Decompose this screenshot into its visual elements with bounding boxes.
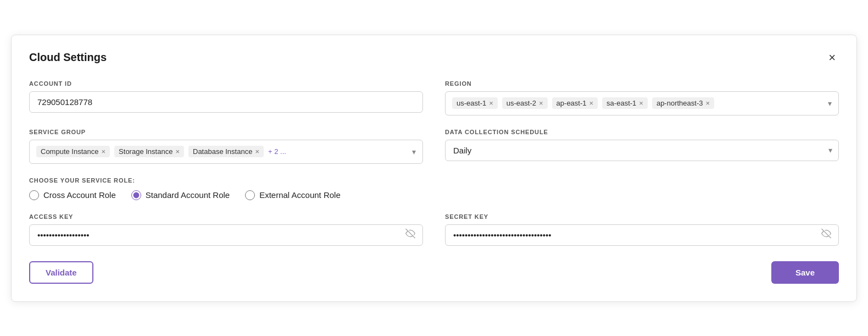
region-tag-4-close[interactable]: ×: [639, 99, 643, 107]
radio-cross-account[interactable]: Cross Account Role: [29, 190, 116, 200]
service-role-label: CHOOSE YOUR SERVICE ROLE:: [29, 177, 839, 184]
access-key-group: ACCESS KEY: [29, 213, 423, 246]
service-tag-3-text: Database Instance: [193, 147, 252, 156]
radio-standard-account-label: Standard Account Role: [146, 190, 230, 200]
access-key-label: ACCESS KEY: [29, 213, 423, 220]
region-tag-5-close[interactable]: ×: [705, 99, 710, 107]
access-key-eye-icon[interactable]: [405, 229, 415, 241]
region-tag-1-text: us-east-1: [457, 99, 486, 107]
secret-key-label: SECRET KEY: [445, 213, 839, 220]
account-id-group: ACCOUNT ID: [29, 80, 423, 115]
radio-external-account-input[interactable]: [245, 190, 255, 200]
radio-standard-account[interactable]: Standard Account Role: [131, 190, 230, 200]
access-key-input-wrapper: [29, 224, 423, 246]
region-tag-4: sa-east-1 ×: [602, 97, 648, 109]
region-tag-3-close[interactable]: ×: [589, 99, 594, 107]
region-tag-3-text: ap-east-1: [557, 99, 587, 107]
service-tag-1-text: Compute Instance: [41, 147, 99, 156]
region-tags-container[interactable]: us-east-1 × us-east-2 × ap-east-1 × sa-e…: [445, 91, 839, 115]
service-group-group: SERVICE GROUP Compute Instance × Storage…: [29, 129, 423, 164]
region-tag-4-text: sa-east-1: [607, 99, 636, 107]
service-group-more[interactable]: + 2 ...: [268, 147, 286, 156]
secret-key-input-wrapper: [445, 224, 839, 246]
secret-key-input[interactable]: [445, 224, 839, 246]
validate-button[interactable]: Validate: [29, 261, 93, 284]
region-tag-2-text: us-east-2: [507, 99, 536, 107]
account-id-input[interactable]: [29, 91, 423, 113]
radio-cross-account-label: Cross Account Role: [43, 190, 116, 200]
region-tag-2-close[interactable]: ×: [539, 99, 543, 107]
region-label: REGION: [445, 80, 839, 87]
radio-cross-account-input[interactable]: [29, 190, 39, 200]
region-chevron-icon: ▾: [828, 99, 832, 108]
data-collection-group: DATA COLLECTION SCHEDULE Daily Weekly Mo…: [445, 129, 839, 164]
service-tag-1: Compute Instance ×: [36, 146, 110, 157]
service-role-section: CHOOSE YOUR SERVICE ROLE: Cross Account …: [29, 177, 839, 200]
close-button[interactable]: ×: [825, 51, 839, 65]
keys-grid: ACCESS KEY SECRET KEY: [29, 213, 839, 246]
region-tag-3: ap-east-1 ×: [552, 97, 598, 109]
region-tag-2: us-east-2 ×: [502, 97, 548, 109]
service-tag-2-close[interactable]: ×: [175, 147, 180, 156]
save-button[interactable]: Save: [771, 261, 839, 284]
footer-row: Validate Save: [29, 261, 839, 284]
data-collection-label: DATA COLLECTION SCHEDULE: [445, 129, 839, 135]
service-tag-2-text: Storage Instance: [119, 147, 173, 156]
region-tag-5: ap-northeast-3 ×: [652, 97, 714, 109]
region-group: REGION us-east-1 × us-east-2 × ap-east-1…: [445, 80, 839, 115]
region-tag-1-close[interactable]: ×: [489, 99, 493, 107]
radio-standard-account-input[interactable]: [131, 190, 141, 200]
radio-external-account[interactable]: External Account Role: [245, 190, 341, 200]
region-tag-1: us-east-1 ×: [452, 97, 498, 109]
service-group-tags-container[interactable]: Compute Instance × Storage Instance × Da…: [29, 140, 423, 164]
form-grid: ACCOUNT ID REGION us-east-1 × us-east-2 …: [29, 80, 839, 246]
service-tag-3: Database Instance ×: [188, 146, 264, 157]
account-id-label: ACCOUNT ID: [29, 80, 423, 87]
service-group-chevron-icon: ▾: [412, 147, 416, 156]
modal-title: Cloud Settings: [29, 51, 107, 64]
modal-header: Cloud Settings ×: [29, 51, 839, 65]
secret-key-eye-icon[interactable]: [821, 229, 831, 241]
service-group-label: SERVICE GROUP: [29, 129, 423, 135]
data-collection-select[interactable]: Daily Weekly Monthly: [445, 140, 839, 161]
secret-key-group: SECRET KEY: [445, 213, 839, 246]
service-role-radio-group: Cross Account Role Standard Account Role…: [29, 190, 839, 200]
service-tag-1-close[interactable]: ×: [102, 147, 106, 156]
radio-external-account-label: External Account Role: [259, 190, 341, 200]
service-tag-2: Storage Instance ×: [114, 146, 184, 157]
data-collection-select-wrapper: Daily Weekly Monthly ▾: [445, 140, 839, 161]
access-key-input[interactable]: [29, 224, 423, 246]
region-tag-5-text: ap-northeast-3: [656, 99, 703, 107]
service-tag-3-close[interactable]: ×: [255, 147, 259, 156]
cloud-settings-modal: Cloud Settings × ACCOUNT ID REGION us-ea…: [11, 35, 857, 302]
